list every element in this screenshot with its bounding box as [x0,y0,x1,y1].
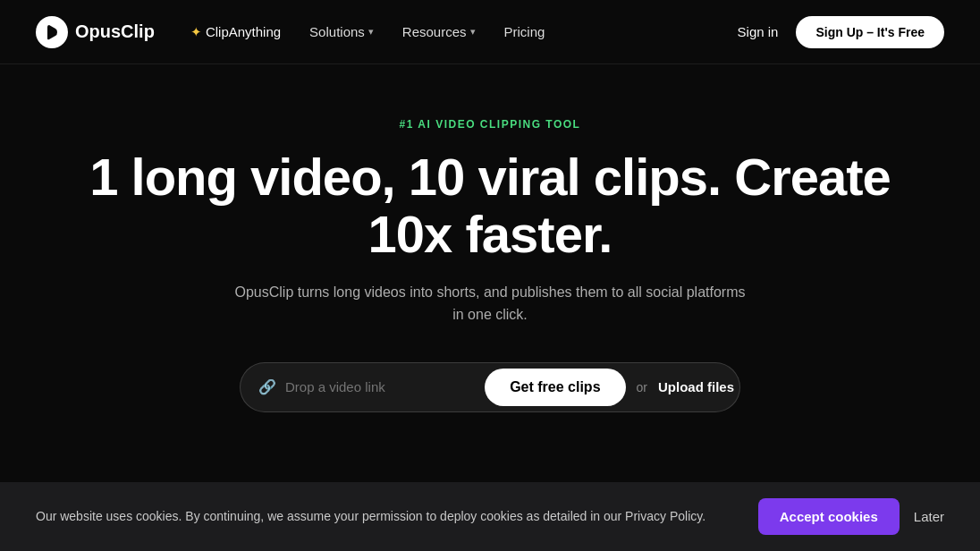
hero-badge: #1 AI VIDEO CLIPPING TOOL [400,118,581,131]
hero-section: #1 AI VIDEO CLIPPING TOOL 1 long video, … [0,64,980,448]
nav-item-resources[interactable]: Resources ▾ [402,24,476,39]
nav-solutions-label: Solutions [309,24,365,39]
or-label: or [637,380,647,394]
navbar: OpusClip ✦ ClipAnything Solutions ▾ Reso… [0,0,980,64]
sign-up-button[interactable]: Sign Up – It's Free [796,16,944,48]
later-button[interactable]: Later [914,509,944,524]
sparkle-icon: ✦ [190,24,202,40]
cookie-banner: Our website uses cookies. By continuing,… [0,482,980,551]
nav-pricing-label: Pricing [504,24,545,39]
cookie-text: Our website uses cookies. By continuing,… [36,507,740,526]
video-link-input[interactable] [285,379,474,394]
nav-item-pricing[interactable]: Pricing [504,24,545,39]
cta-bar: 🔗 Get free clips or Upload files [240,362,740,412]
navbar-right: Sign in Sign Up – It's Free [738,16,944,48]
nav-clipanything-label: ClipAnything [206,24,281,39]
nav-item-clipanything[interactable]: ✦ ClipAnything [190,24,281,40]
navbar-left: OpusClip ✦ ClipAnything Solutions ▾ Reso… [36,16,545,48]
link-icon: 🔗 [258,378,276,395]
hero-subtitle: OpusClip turns long videos into shorts, … [231,281,749,326]
logo-icon [36,16,68,48]
get-free-clips-button[interactable]: Get free clips [485,369,625,406]
logo[interactable]: OpusClip [36,16,155,48]
chevron-down-icon: ▾ [368,26,374,38]
chevron-down-icon: ▾ [470,26,476,38]
nav-links: ✦ ClipAnything Solutions ▾ Resources ▾ P… [190,24,545,40]
upload-files-button[interactable]: Upload files [658,379,734,394]
cta-input-wrap: 🔗 [258,378,474,395]
hero-title: 1 long video, 10 viral clips. Create 10x… [88,148,892,263]
sign-in-button[interactable]: Sign in [738,24,779,39]
logo-text: OpusClip [75,21,155,42]
nav-resources-label: Resources [402,24,467,39]
nav-item-solutions[interactable]: Solutions ▾ [309,24,374,39]
accept-cookies-button[interactable]: Accept cookies [758,498,900,535]
cookie-actions: Accept cookies Later [758,498,944,535]
